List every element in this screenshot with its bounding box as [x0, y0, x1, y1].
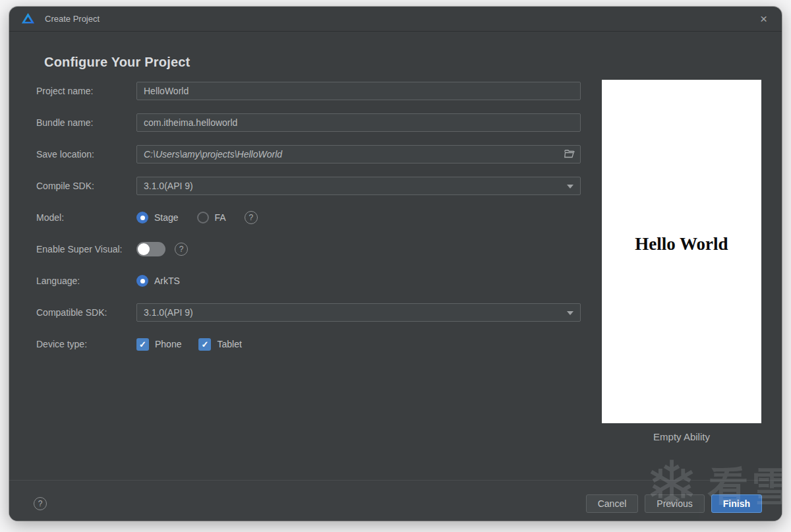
preview-hello-world-text: Hello World	[602, 234, 761, 254]
enable-super-visual-label: Enable Super Visual:	[36, 244, 136, 254]
compile-sdk-value: 3.1.0(API 9)	[144, 181, 193, 191]
model-help-icon[interactable]	[245, 211, 258, 224]
save-location-row: Save location:	[36, 145, 581, 163]
toggle-knob	[138, 243, 150, 255]
help-icon[interactable]	[34, 497, 47, 510]
tablet-checkbox[interactable]	[198, 338, 211, 351]
model-stage-radio[interactable]	[136, 212, 148, 223]
window-title: Create Project	[45, 14, 100, 24]
model-label: Model:	[36, 212, 136, 223]
compatible-sdk-value: 3.1.0(API 9)	[144, 307, 193, 318]
model-row: Model: Stage FA	[36, 208, 581, 227]
compile-sdk-dropdown[interactable]: 3.1.0(API 9)	[136, 177, 581, 195]
title-bar: Create Project ×	[9, 7, 782, 32]
language-label: Language:	[36, 276, 136, 286]
ability-preview-panel: Hello World	[602, 80, 761, 423]
chevron-down-icon	[567, 185, 573, 189]
deveco-studio-logo-icon	[21, 12, 35, 26]
compatible-sdk-label: Compatible SDK:	[36, 307, 136, 318]
enable-super-visual-row: Enable Super Visual:	[36, 240, 581, 258]
close-icon[interactable]: ×	[757, 11, 770, 26]
chevron-down-icon	[567, 311, 573, 315]
project-name-label: Project name:	[36, 86, 136, 96]
language-row: Language: ArkTS	[36, 272, 581, 290]
compile-sdk-label: Compile SDK:	[36, 181, 136, 191]
device-type-label: Device type:	[36, 339, 136, 349]
compatible-sdk-row: Compatible SDK: 3.1.0(API 9)	[36, 303, 581, 322]
model-stage-label[interactable]: Stage	[154, 212, 179, 223]
language-arkts-radio[interactable]	[136, 275, 148, 287]
model-fa-label[interactable]: FA	[215, 212, 226, 223]
folder-open-icon[interactable]	[564, 148, 575, 160]
compatible-sdk-dropdown[interactable]: 3.1.0(API 9)	[136, 303, 581, 322]
preview-caption: Empty Ability	[602, 431, 761, 442]
page-title: Configure Your Project	[44, 55, 190, 70]
super-visual-help-icon[interactable]	[175, 243, 188, 256]
footer-buttons: Cancel Previous Finish	[586, 494, 762, 513]
project-name-row: Project name:	[36, 82, 581, 100]
create-project-dialog: Create Project × Configure Your Project …	[9, 7, 782, 521]
save-location-input[interactable]	[136, 145, 581, 163]
super-visual-toggle[interactable]	[136, 242, 165, 256]
phone-label[interactable]: Phone	[155, 339, 181, 349]
project-config-form: Project name: Bundle name: Save location…	[36, 82, 581, 367]
previous-button[interactable]: Previous	[645, 494, 704, 513]
phone-checkbox[interactable]	[136, 338, 149, 351]
finish-button[interactable]: Finish	[711, 494, 762, 513]
cancel-button[interactable]: Cancel	[586, 494, 639, 513]
footer-bar: Cancel Previous Finish	[9, 480, 782, 521]
bundle-name-label: Bundle name:	[36, 117, 136, 128]
save-location-label: Save location:	[36, 149, 136, 160]
model-fa-radio[interactable]	[197, 212, 209, 223]
language-arkts-label[interactable]: ArkTS	[154, 276, 180, 286]
bundle-name-row: Bundle name:	[36, 113, 581, 132]
compile-sdk-row: Compile SDK: 3.1.0(API 9)	[36, 177, 581, 195]
bundle-name-input[interactable]	[136, 113, 581, 132]
project-name-input[interactable]	[136, 82, 581, 100]
device-type-row: Device type: Phone Tablet	[36, 335, 581, 353]
tablet-label[interactable]: Tablet	[217, 339, 241, 349]
